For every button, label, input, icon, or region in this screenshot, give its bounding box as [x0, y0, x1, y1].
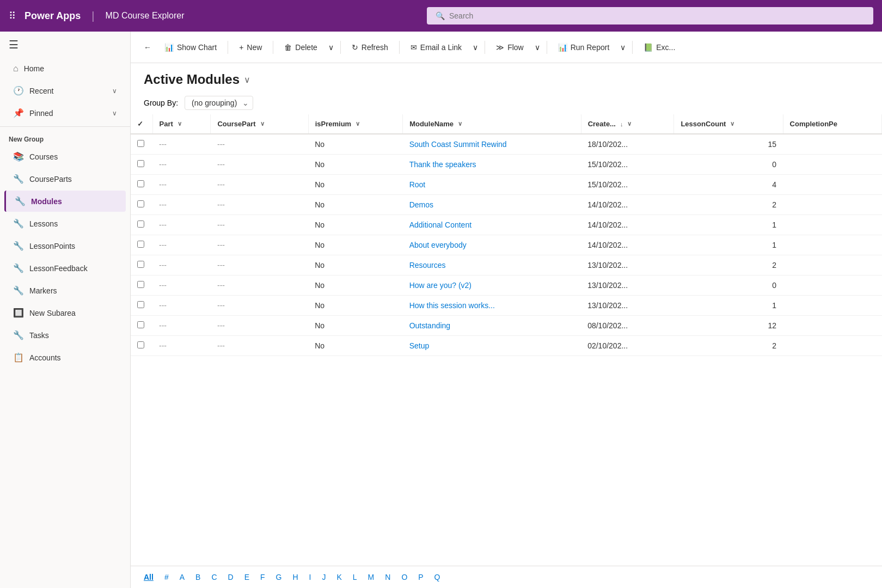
refresh-button[interactable]: ↻ Refresh: [345, 40, 395, 55]
sidebar-item-markers[interactable]: 🔧 Markers: [4, 280, 126, 301]
group-by-select[interactable]: (no grouping): [185, 96, 253, 110]
alpha-item-all[interactable]: All: [139, 571, 158, 584]
alpha-item-n[interactable]: N: [381, 571, 395, 584]
alpha-item-b[interactable]: B: [191, 571, 205, 584]
table-row[interactable]: --- --- No South Coast Summit Rewind 18/…: [131, 134, 882, 155]
alpha-item-f[interactable]: F: [256, 571, 270, 584]
flow-chevron[interactable]: ∨: [532, 40, 542, 55]
table-wrapper[interactable]: ✓ Part ∨ CoursePart ∨: [131, 114, 882, 566]
td-check-1[interactable]: [131, 155, 152, 175]
sidebar-item-recent[interactable]: 🕐 Recent ∨: [4, 80, 126, 101]
alpha-item-p[interactable]: P: [414, 571, 427, 584]
th-created[interactable]: Create... ↓ ∨: [581, 114, 674, 134]
alpha-item-d[interactable]: D: [224, 571, 238, 584]
table-row[interactable]: --- --- No How this session works... 13/…: [131, 296, 882, 316]
alpha-item-i[interactable]: I: [305, 571, 316, 584]
table-row[interactable]: --- --- No Additional Content 14/10/202.…: [131, 215, 882, 235]
delete-chevron[interactable]: ∨: [326, 40, 336, 55]
flow-button[interactable]: ≫ Flow: [489, 40, 530, 55]
table-row[interactable]: --- --- No Outstanding 08/10/202... 12: [131, 316, 882, 336]
alpha-item-m[interactable]: M: [364, 571, 379, 584]
row-checkbox-5[interactable]: [137, 241, 144, 248]
td-modulename-2[interactable]: Root: [403, 175, 581, 195]
td-check-4[interactable]: [131, 215, 152, 235]
th-part[interactable]: Part ∨: [152, 114, 211, 134]
alpha-item-g[interactable]: G: [272, 571, 286, 584]
back-button[interactable]: ←: [139, 40, 156, 55]
table-row[interactable]: --- --- No About everybody 14/10/202... …: [131, 235, 882, 255]
sidebar-item-lessons[interactable]: 🔧 Lessons: [4, 213, 126, 234]
th-modulename[interactable]: ModuleName ∨: [403, 114, 581, 134]
alpha-item-#[interactable]: #: [160, 571, 173, 584]
table-row[interactable]: --- --- No Thank the speakers 15/10/202.…: [131, 155, 882, 175]
sidebar-item-lessonfeedback[interactable]: 🔧 LessonFeedback: [4, 258, 126, 279]
td-check-3[interactable]: [131, 195, 152, 215]
td-modulename-4[interactable]: Additional Content: [403, 215, 581, 235]
td-check-10[interactable]: [131, 336, 152, 356]
alpha-item-q[interactable]: Q: [430, 571, 445, 584]
alpha-item-o[interactable]: O: [397, 571, 412, 584]
row-checkbox-6[interactable]: [137, 261, 144, 268]
td-check-6[interactable]: [131, 255, 152, 275]
row-checkbox-10[interactable]: [137, 341, 144, 348]
td-check-2[interactable]: [131, 175, 152, 195]
sidebar-item-newsubarea[interactable]: 🔲 New Subarea: [4, 302, 126, 323]
row-checkbox-7[interactable]: [137, 281, 144, 288]
show-chart-button[interactable]: 📊 Show Chart: [158, 40, 223, 55]
email-chevron[interactable]: ∨: [470, 40, 480, 55]
td-modulename-5[interactable]: About everybody: [403, 235, 581, 255]
table-row[interactable]: --- --- No Demos 14/10/202... 2: [131, 195, 882, 215]
sidebar-item-courseparts[interactable]: 🔧 CourseParts: [4, 168, 126, 189]
table-row[interactable]: --- --- No How are you? (v2) 13/10/202..…: [131, 275, 882, 296]
sidebar-item-home[interactable]: ⌂ Home: [4, 58, 126, 79]
table-row[interactable]: --- --- No Resources 13/10/202... 2: [131, 255, 882, 275]
search-input[interactable]: [449, 11, 865, 20]
sidebar-item-accounts[interactable]: 📋 Accounts: [4, 347, 126, 368]
td-modulename-1[interactable]: Thank the speakers: [403, 155, 581, 175]
th-completionpe[interactable]: CompletionPe: [783, 114, 881, 134]
sidebar-menu-icon[interactable]: ☰: [9, 39, 19, 51]
row-checkbox-2[interactable]: [137, 180, 144, 187]
td-modulename-0[interactable]: South Coast Summit Rewind: [403, 134, 581, 155]
page-title-chevron[interactable]: ∨: [244, 75, 250, 85]
alpha-item-h[interactable]: H: [288, 571, 302, 584]
th-lessoncount[interactable]: LessonCount ∨: [674, 114, 783, 134]
td-modulename-3[interactable]: Demos: [403, 195, 581, 215]
alpha-item-j[interactable]: J: [317, 571, 330, 584]
th-check[interactable]: ✓: [131, 114, 152, 134]
th-ispremium[interactable]: isPremium ∨: [308, 114, 402, 134]
row-checkbox-8[interactable]: [137, 301, 144, 308]
report-chevron[interactable]: ∨: [618, 40, 628, 55]
td-check-7[interactable]: [131, 275, 152, 296]
excel-button[interactable]: 📗 Exc...: [637, 40, 682, 55]
waffle-icon[interactable]: ⠿: [9, 10, 16, 22]
td-modulename-9[interactable]: Outstanding: [403, 316, 581, 336]
td-check-8[interactable]: [131, 296, 152, 316]
sidebar-item-modules[interactable]: 🔧 Modules: [4, 191, 126, 212]
row-checkbox-9[interactable]: [137, 321, 144, 328]
sidebar-item-lessonpoints[interactable]: 🔧 LessonPoints: [4, 235, 126, 256]
run-report-button[interactable]: 📊 Run Report: [552, 40, 616, 55]
td-modulename-10[interactable]: Setup: [403, 336, 581, 356]
td-modulename-7[interactable]: How are you? (v2): [403, 275, 581, 296]
table-row[interactable]: --- --- No Root 15/10/202... 4: [131, 175, 882, 195]
alpha-item-k[interactable]: K: [332, 571, 346, 584]
alpha-item-l[interactable]: L: [348, 571, 362, 584]
new-button[interactable]: + New: [232, 40, 268, 55]
alpha-item-c[interactable]: C: [207, 571, 221, 584]
row-checkbox-3[interactable]: [137, 200, 144, 207]
td-check-9[interactable]: [131, 316, 152, 336]
th-coursepart[interactable]: CoursePart ∨: [211, 114, 308, 134]
row-checkbox-0[interactable]: [137, 140, 144, 147]
row-checkbox-1[interactable]: [137, 160, 144, 167]
td-check-0[interactable]: [131, 134, 152, 155]
alpha-item-e[interactable]: E: [240, 571, 254, 584]
email-link-button[interactable]: ✉ Email a Link: [404, 40, 468, 55]
delete-button[interactable]: 🗑 Delete: [278, 40, 323, 55]
sidebar-item-tasks[interactable]: 🔧 Tasks: [4, 324, 126, 346]
td-modulename-8[interactable]: How this session works...: [403, 296, 581, 316]
sidebar-item-courses[interactable]: 📚 Courses: [4, 146, 126, 167]
alpha-item-a[interactable]: A: [175, 571, 189, 584]
td-check-5[interactable]: [131, 235, 152, 255]
sidebar-item-pinned[interactable]: 📌 Pinned ∨: [4, 102, 126, 124]
